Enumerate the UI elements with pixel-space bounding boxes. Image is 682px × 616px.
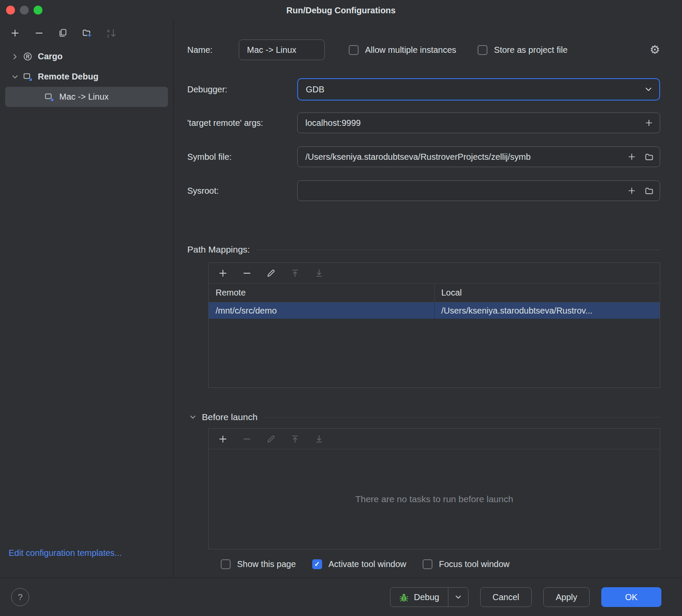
separator-line xyxy=(256,250,660,250)
before-launch-header[interactable]: Before launch xyxy=(187,412,660,422)
titlebar: Run/Debug Configurations xyxy=(0,0,682,21)
table-row[interactable]: /mnt/c/src/demo /Users/kseniya.starodubt… xyxy=(209,302,660,319)
help-button[interactable]: ? xyxy=(11,588,29,606)
checkbox-box[interactable] xyxy=(423,559,432,569)
target-remote-args-label: 'target remote' args: xyxy=(187,118,297,128)
new-folder-icon[interactable] xyxy=(82,27,93,39)
symbol-file-value: /Users/kseniya.starodubtseva/RustroverPr… xyxy=(305,152,615,162)
focus-tool-window-checkbox[interactable]: Focus tool window xyxy=(423,559,510,569)
sysroot-label: Sysroot: xyxy=(187,186,297,196)
footer-options: Show this page Activate tool window Focu… xyxy=(221,556,660,572)
add-task-icon[interactable] xyxy=(217,433,228,445)
sort-alphabetically-icon[interactable] xyxy=(106,27,117,39)
chevron-right-icon[interactable] xyxy=(9,52,21,62)
bug-icon xyxy=(399,592,409,602)
apply-button[interactable]: Apply xyxy=(543,587,590,607)
sidebar-spacer xyxy=(0,108,173,548)
field-actions xyxy=(627,152,654,162)
column-header-remote[interactable]: Remote xyxy=(209,284,434,302)
no-tasks-message: There are no tasks to run before launch xyxy=(355,494,513,504)
ok-button[interactable]: OK xyxy=(601,587,661,607)
checkbox-box[interactable] xyxy=(221,559,231,569)
activate-tool-window-checkbox[interactable]: Activate tool window xyxy=(312,559,406,569)
browse-folder-icon[interactable] xyxy=(644,152,654,162)
gear-icon[interactable]: ⚙ xyxy=(650,44,660,56)
debug-button-label: Debug xyxy=(414,592,439,602)
chevron-down-icon xyxy=(644,85,653,94)
move-up-icon[interactable] xyxy=(289,433,301,445)
sysroot-input[interactable] xyxy=(297,180,660,201)
debugger-row: Debugger: GDB xyxy=(187,78,660,101)
remove-configuration-icon[interactable] xyxy=(33,27,45,39)
cancel-button[interactable]: Cancel xyxy=(480,587,532,607)
mapping-remote-cell[interactable]: /mnt/c/src/demo xyxy=(209,302,434,319)
separator-line xyxy=(264,417,660,418)
add-mapping-icon[interactable] xyxy=(217,268,228,279)
help-icon: ? xyxy=(18,592,22,602)
browse-folder-icon[interactable] xyxy=(644,186,654,195)
debug-button[interactable]: Debug xyxy=(390,588,448,607)
remove-task-icon[interactable] xyxy=(241,433,253,445)
symbol-file-input[interactable]: /Users/kseniya.starodubtseva/RustroverPr… xyxy=(297,146,660,167)
column-header-local[interactable]: Local xyxy=(434,284,660,302)
mapping-local-cell[interactable]: /Users/kseniya.starodubtseva/Rustrov... xyxy=(434,302,660,319)
before-launch-empty-area: There are no tasks to run before launch xyxy=(209,449,660,549)
configurations-tree: Cargo Remote Debug Mac -> Linux xyxy=(0,46,173,108)
copy-configuration-icon[interactable] xyxy=(58,27,69,39)
tree-item-remote-debug[interactable]: Remote Debug xyxy=(5,67,168,87)
sidebar-toolbar xyxy=(0,21,173,46)
store-as-project-file-checkbox[interactable]: Store as project file xyxy=(478,45,567,55)
minimize-window-button[interactable] xyxy=(20,6,29,15)
path-mappings-title: Path Mappings: xyxy=(187,244,250,255)
add-configuration-icon[interactable] xyxy=(9,27,21,39)
move-down-icon[interactable] xyxy=(314,433,325,445)
tree-item-mac-linux[interactable]: Mac -> Linux xyxy=(5,87,168,107)
checkbox-label: Store as project file xyxy=(494,45,567,55)
checkbox-box[interactable] xyxy=(478,45,487,55)
tree-item-cargo[interactable]: Cargo xyxy=(5,46,168,67)
edit-task-icon[interactable] xyxy=(265,433,277,445)
footer-buttons: Debug Cancel Apply OK xyxy=(390,587,661,607)
path-mappings-header: Path Mappings: xyxy=(187,244,660,255)
move-up-icon[interactable] xyxy=(289,268,301,279)
remote-debug-icon xyxy=(21,72,33,82)
chevron-down-icon[interactable] xyxy=(187,413,198,421)
debugger-value: GDB xyxy=(306,85,324,95)
checkbox-box[interactable] xyxy=(312,559,322,569)
zoom-window-button[interactable] xyxy=(33,6,43,15)
debug-options-dropdown[interactable] xyxy=(448,588,468,607)
expand-macro-icon[interactable] xyxy=(644,118,654,128)
debugger-select[interactable]: GDB xyxy=(297,78,660,101)
table-header: Remote Local xyxy=(209,284,660,302)
before-launch-toolbar xyxy=(209,429,660,449)
before-launch-title: Before launch xyxy=(202,412,258,422)
field-actions xyxy=(644,118,654,128)
expand-macro-icon[interactable] xyxy=(627,152,636,162)
path-mappings-toolbar xyxy=(209,263,660,284)
expand-macro-icon[interactable] xyxy=(627,186,636,195)
field-actions xyxy=(627,186,654,195)
path-mappings-table: Remote Local /mnt/c/src/demo /Users/ksen… xyxy=(208,262,660,388)
tree-item-label: Mac -> Linux xyxy=(59,92,109,102)
cargo-icon xyxy=(21,52,33,61)
dialog-body: Cargo Remote Debug Mac -> Linux xyxy=(0,21,682,578)
name-input[interactable]: Mac -> Linux xyxy=(239,40,325,60)
close-window-button[interactable] xyxy=(6,6,15,15)
target-remote-args-value: localhost:9999 xyxy=(305,118,635,128)
move-down-icon[interactable] xyxy=(314,268,325,279)
checkbox-label: Show this page xyxy=(237,559,296,569)
allow-multiple-instances-checkbox[interactable]: Allow multiple instances xyxy=(349,45,456,55)
debug-split-button: Debug xyxy=(390,587,469,607)
edit-mapping-icon[interactable] xyxy=(265,268,277,279)
checkbox-box[interactable] xyxy=(349,45,359,55)
name-value: Mac -> Linux xyxy=(247,45,296,55)
chevron-down-icon[interactable] xyxy=(9,72,21,82)
show-this-page-checkbox[interactable]: Show this page xyxy=(221,559,296,569)
tree-item-label: Remote Debug xyxy=(38,72,98,82)
target-remote-args-input[interactable]: localhost:9999 xyxy=(297,113,660,133)
before-launch-panel: There are no tasks to run before launch xyxy=(208,428,660,549)
name-row: Name: Mac -> Linux Allow multiple instan… xyxy=(187,40,660,60)
remove-mapping-icon[interactable] xyxy=(241,268,253,279)
edit-configuration-templates-link[interactable]: Edit configuration templates... xyxy=(9,548,122,558)
symbol-file-label: Symbol file: xyxy=(187,152,297,162)
